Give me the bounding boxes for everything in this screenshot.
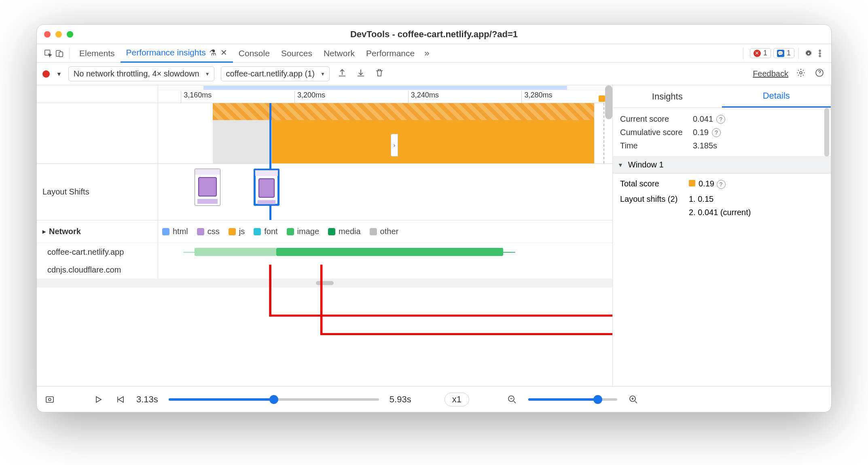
- network-bar-area[interactable]: [158, 243, 612, 261]
- selection-range[interactable]: [203, 86, 567, 90]
- layout-shift-item[interactable]: 1. 0.15: [689, 194, 824, 204]
- tab-network[interactable]: Network: [318, 44, 360, 63]
- message-icon: 💬: [777, 50, 784, 57]
- total-score-label: Total score: [620, 179, 689, 189]
- import-icon[interactable]: [355, 68, 367, 80]
- insights-toolbar: ▼ No network throttling, 4× slowdown cof…: [37, 63, 831, 85]
- sidebar-tab-label: Details: [763, 91, 790, 101]
- request-bar[interactable]: [276, 248, 504, 256]
- record-button[interactable]: [42, 70, 50, 78]
- toggle-preview-icon[interactable]: [44, 394, 55, 405]
- sidebar-scrollbar[interactable]: [824, 108, 829, 156]
- zoom-out-icon[interactable]: [506, 394, 518, 405]
- network-host[interactable]: cdnjs.cloudflare.com: [37, 261, 158, 279]
- delete-icon[interactable]: [373, 68, 385, 80]
- help-icon[interactable]: [813, 68, 826, 80]
- svg-point-11: [49, 398, 51, 401]
- playback-speed[interactable]: x1: [445, 393, 469, 406]
- time-value: 3.185s: [693, 141, 717, 150]
- legend-css: css: [197, 227, 220, 236]
- horizontal-scrollbar[interactable]: [37, 279, 612, 287]
- time-ruler[interactable]: 3,160ms 3,200ms 3,240ms 3,280ms: [158, 85, 612, 103]
- legend-html: html: [162, 227, 188, 236]
- current-score-label: Current score: [620, 114, 689, 124]
- tab-performance-insights[interactable]: Performance insights ⚗ ✕: [121, 44, 233, 63]
- inspect-icon[interactable]: [42, 48, 54, 59]
- help-icon[interactable]: ?: [712, 128, 721, 137]
- messages-badge[interactable]: 💬1: [773, 48, 794, 58]
- titlebar: DevTools - coffee-cart.netlify.app/?ad=1: [37, 25, 831, 44]
- current-score-value: 0.041: [693, 114, 713, 124]
- playback-speed-value: x1: [452, 394, 462, 404]
- longtask-track[interactable]: [158, 103, 612, 163]
- time-scrubber[interactable]: [169, 398, 379, 401]
- feedback-link[interactable]: Feedback: [753, 69, 788, 78]
- panel-settings-icon[interactable]: [795, 68, 807, 80]
- device-toolbar-icon[interactable]: [54, 48, 65, 59]
- errors-badge[interactable]: ✕1: [750, 48, 771, 58]
- legend-image: image: [287, 227, 319, 236]
- time-end: 5.93s: [390, 394, 411, 405]
- help-icon[interactable]: ?: [717, 180, 726, 189]
- sidebar-tab-details[interactable]: Details: [722, 85, 831, 108]
- zoom-slider[interactable]: [528, 398, 617, 401]
- experiment-icon: ⚗: [209, 48, 216, 57]
- tab-label: Console: [239, 49, 270, 58]
- error-icon: ✕: [754, 50, 761, 57]
- timeline-panel: 3,160ms 3,200ms 3,240ms 3,280ms: [37, 85, 613, 386]
- tab-performance[interactable]: Performance: [360, 44, 420, 63]
- layout-shifts-track[interactable]: [158, 164, 612, 220]
- playback-footer: 3.13s 5.93s x1: [37, 386, 831, 412]
- svg-point-8: [800, 72, 802, 74]
- kebab-menu-icon[interactable]: [814, 48, 826, 59]
- export-icon[interactable]: [336, 68, 348, 80]
- layout-shifts-label: Layout shifts (2): [620, 194, 689, 217]
- svg-point-4: [807, 52, 810, 55]
- cumulative-score-value: 0.19: [693, 128, 709, 137]
- network-legend: html css js font image media other: [158, 220, 612, 243]
- tab-elements[interactable]: Elements: [74, 44, 121, 63]
- ruler-tick: 3,160ms: [181, 91, 212, 103]
- long-task-bar[interactable]: [272, 120, 594, 163]
- score-color-icon: [689, 180, 695, 186]
- layout-shift-item-current[interactable]: 2. 0.041 (current): [689, 208, 824, 217]
- throttling-select[interactable]: No network throttling, 4× slowdown: [68, 66, 214, 81]
- devtools-window: DevTools - coffee-cart.netlify.app/?ad=1…: [36, 24, 832, 412]
- tab-console[interactable]: Console: [233, 44, 275, 63]
- time-start: 3.13s: [136, 394, 158, 405]
- svg-rect-10: [46, 397, 53, 402]
- feedback-label: Feedback: [753, 69, 788, 78]
- details-sidebar: Insights Details Current score 0.041? Cu…: [613, 85, 831, 386]
- window-section-header[interactable]: Window 1: [613, 156, 831, 173]
- ruler-head: [37, 85, 158, 103]
- ruler-tick: 3,200ms: [294, 91, 325, 103]
- cumulative-score-label: Cumulative score: [620, 128, 689, 137]
- longtask-track-label: [37, 103, 158, 163]
- close-tab-icon[interactable]: ✕: [220, 48, 227, 57]
- play-icon[interactable]: [93, 394, 104, 405]
- network-track-label[interactable]: Network: [37, 220, 158, 243]
- svg-point-6: [819, 53, 821, 54]
- network-bar-area[interactable]: [158, 261, 612, 279]
- legend-font: font: [254, 227, 277, 236]
- tab-label: Elements: [79, 49, 115, 58]
- network-host[interactable]: coffee-cart.netlify.app: [37, 243, 158, 261]
- rewind-icon[interactable]: [114, 394, 126, 405]
- tab-sources[interactable]: Sources: [275, 44, 318, 63]
- sidebar-tab-insights[interactable]: Insights: [613, 85, 722, 108]
- layout-shift-thumbnail-selected[interactable]: [254, 169, 279, 206]
- settings-icon[interactable]: [803, 48, 814, 59]
- page-select[interactable]: coffee-cart.netlify.app (1): [221, 66, 330, 81]
- svg-point-5: [819, 50, 821, 51]
- total-score-value: 0.19: [699, 179, 714, 188]
- more-tabs-icon[interactable]: »: [421, 48, 432, 59]
- request-bar[interactable]: [195, 248, 276, 256]
- expand-details-icon[interactable]: ›: [391, 134, 398, 156]
- legend-other: other: [370, 227, 399, 236]
- cls-marker-icon[interactable]: [599, 95, 605, 102]
- layout-shift-thumbnail[interactable]: [195, 169, 220, 206]
- help-icon[interactable]: ?: [716, 115, 725, 124]
- record-options-icon[interactable]: ▼: [56, 71, 62, 77]
- page-value: coffee-cart.netlify.app (1): [226, 69, 315, 78]
- zoom-in-icon[interactable]: [628, 394, 639, 405]
